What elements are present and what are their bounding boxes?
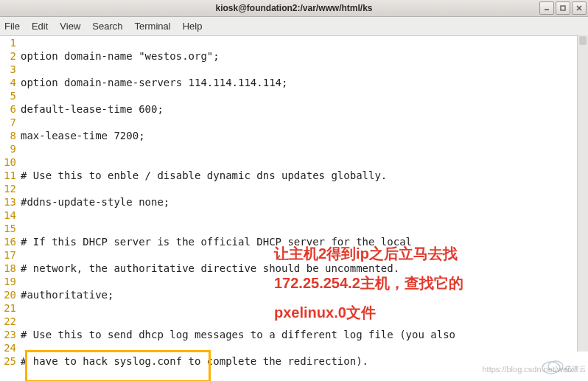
line-number: 4 (3, 76, 16, 89)
line-number-gutter: 1 2 3 4 5 6 7 8 9 10 11 12 13 14 15 16 1… (0, 36, 21, 381)
line-number: 14 (3, 209, 16, 222)
line-number: 16 (3, 235, 16, 248)
menu-view[interactable]: View (60, 21, 80, 32)
line-number: 2 (3, 49, 16, 63)
menu-terminal[interactable]: Terminal (135, 21, 171, 32)
line-number: 20 (3, 288, 16, 301)
line-number: 17 (3, 248, 16, 262)
window-controls (539, 1, 587, 15)
code-line: #authoritative; (21, 288, 585, 301)
maximize-button[interactable] (556, 1, 570, 15)
line-number: 15 (3, 222, 16, 235)
window-titlebar: kiosk@foundation2:/var/www/html/ks (0, 0, 588, 17)
line-number: 8 (3, 129, 16, 142)
menu-search[interactable]: Search (92, 21, 122, 32)
line-number: 3 (3, 63, 16, 76)
menu-file[interactable]: File (4, 21, 20, 32)
minimize-button[interactable] (539, 1, 554, 15)
code-line: option domain-name-servers 114.114.114.1… (21, 76, 585, 89)
code-line: default-lease-time 600; (21, 102, 585, 116)
line-number: 5 (3, 89, 16, 102)
menu-help[interactable]: Help (183, 21, 203, 32)
code-line: max-lease-time 7200; (21, 129, 585, 142)
menubar: File Edit View Search Terminal Help (0, 17, 588, 36)
line-number: 22 (3, 315, 16, 328)
menu-edit[interactable]: Edit (32, 21, 48, 32)
line-number: 21 (3, 301, 16, 315)
line-number: 25 (3, 354, 16, 368)
close-button[interactable] (572, 1, 587, 15)
code-line: # network, the authoritative directive s… (21, 262, 585, 275)
line-number: 18 (3, 262, 16, 275)
line-number: 11 (3, 169, 16, 182)
line-number: 23 (3, 328, 16, 341)
code-line: # Use this to enble / disable dynamic dn… (21, 169, 585, 182)
code-line: # have to hack syslog.conf to complete t… (21, 354, 585, 368)
code-area[interactable]: option domain-name "westos.org"; option … (21, 36, 588, 381)
line-number: 1 (3, 36, 16, 49)
terminal-editor[interactable]: 1 2 3 4 5 6 7 8 9 10 11 12 13 14 15 16 1… (0, 36, 588, 381)
line-number: 24 (3, 341, 16, 354)
vertical-scrollbar[interactable] (577, 35, 588, 352)
line-number: 9 (3, 142, 16, 155)
code-line: # Use this to send dhcp log messages to … (21, 328, 585, 341)
line-number: 6 (3, 102, 16, 116)
line-number: 7 (3, 116, 16, 129)
code-line: #ddns-update-style none; (21, 195, 585, 209)
code-line: # If this DHCP server is the official DH… (21, 235, 585, 248)
line-number: 10 (3, 155, 16, 169)
window-title: kiosk@foundation2:/var/www/html/ks (0, 3, 588, 13)
line-number: 19 (3, 275, 16, 288)
svg-rect-1 (561, 6, 565, 10)
line-number: 12 (3, 182, 16, 195)
line-number: 13 (3, 195, 16, 209)
code-line: option domain-name "westos.org"; (21, 49, 585, 63)
